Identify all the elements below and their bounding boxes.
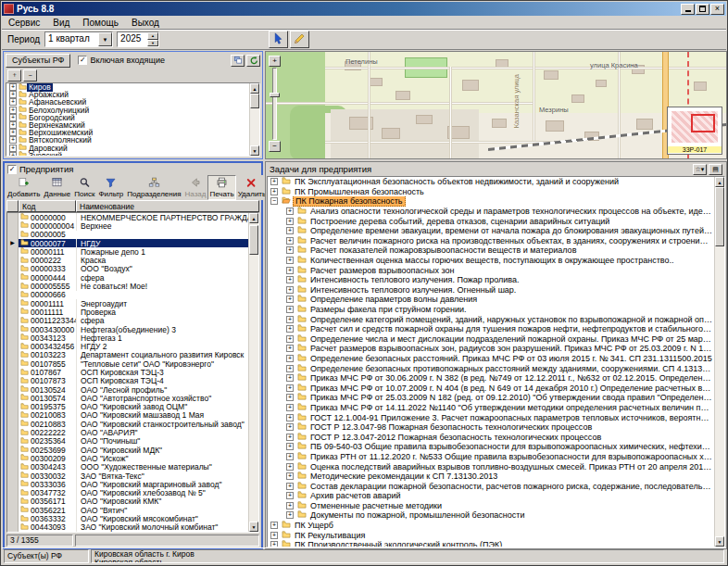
include-incoming-checkbox[interactable]: ✓ bbox=[78, 56, 87, 65]
task-tree-item[interactable]: +Количественная оценка массы горючих вещ… bbox=[268, 256, 714, 266]
scroll-down-icon[interactable]: ▼ bbox=[250, 145, 259, 156]
expand-icon[interactable]: + bbox=[286, 286, 294, 294]
expand-icon[interactable]: + bbox=[270, 532, 278, 539]
menu-item[interactable]: Сервис bbox=[2, 18, 46, 28]
expand-icon[interactable]: + bbox=[286, 453, 294, 460]
collapse-all-button[interactable]: − bbox=[23, 69, 37, 82]
expand-icon[interactable]: + bbox=[286, 492, 294, 499]
search-button[interactable]: Поиск bbox=[72, 175, 96, 200]
expand-icon[interactable]: + bbox=[286, 218, 294, 225]
task-tree-item[interactable]: +Интенсивность теплового излучения. Огне… bbox=[268, 285, 714, 296]
scroll-down-icon[interactable]: ▼ bbox=[249, 522, 258, 532]
expand-icon[interactable]: − bbox=[270, 197, 278, 205]
vertical-scrollbar[interactable]: ▲ ▼ bbox=[248, 213, 258, 532]
zoom-slider-handle[interactable] bbox=[270, 93, 280, 97]
task-tree-item[interactable]: +Расчет сил и средств пожарной охраны дл… bbox=[268, 324, 714, 334]
task-tree-item[interactable]: +Определение времени эвакуации, времени … bbox=[268, 226, 714, 236]
task-tree-item[interactable]: +Интенсивность теплового излучения. Пожа… bbox=[268, 275, 714, 285]
expand-icon[interactable]: + bbox=[9, 129, 17, 136]
maximize-button[interactable] bbox=[696, 4, 709, 15]
title-bar[interactable]: Русь 8.8 × bbox=[2, 2, 726, 16]
expand-icon[interactable]: + bbox=[286, 325, 294, 333]
task-tree-item[interactable]: +ПК Рекультивация bbox=[268, 530, 714, 540]
spin-down-icon[interactable]: ▼ bbox=[147, 40, 158, 47]
zoom-slider[interactable] bbox=[272, 68, 277, 140]
task-tree-item[interactable]: +Расчет показателей пожаровзрывоопасност… bbox=[268, 245, 714, 256]
edit-tool-button[interactable] bbox=[290, 31, 309, 48]
expand-icon[interactable]: + bbox=[286, 384, 294, 392]
expand-icon[interactable]: + bbox=[286, 227, 294, 234]
expand-icon[interactable]: + bbox=[286, 414, 294, 421]
task-tree-item[interactable]: +ПК Эксплуатационная безопасность объект… bbox=[268, 177, 714, 187]
expand-icon[interactable]: + bbox=[286, 502, 294, 509]
scrollbar-thumb[interactable] bbox=[715, 187, 724, 246]
task-tree-item[interactable]: +Определение категорий помещений, зданий… bbox=[268, 314, 714, 324]
favorites-star-icon[interactable]: ☆▾ bbox=[693, 164, 707, 175]
subjects-rf-button[interactable]: Субъекты РФ bbox=[6, 54, 70, 68]
refresh-icon-button[interactable] bbox=[246, 55, 260, 67]
task-tree-item[interactable]: +ПК Ущерб bbox=[268, 521, 714, 531]
task-tree-item[interactable]: +ГОСТ Р 12.3.047-2012 Пожарная безопасно… bbox=[268, 432, 714, 442]
expand-icon[interactable]: + bbox=[270, 178, 278, 185]
map-zoom-control[interactable]: + − bbox=[269, 56, 281, 152]
expand-icon[interactable]: + bbox=[286, 394, 294, 401]
close-button[interactable]: × bbox=[710, 4, 724, 15]
minimize-button[interactable] bbox=[681, 4, 695, 15]
vertical-scrollbar[interactable]: ▲ ▼ bbox=[714, 177, 724, 547]
menu-item[interactable]: Помощь bbox=[76, 18, 125, 28]
add-button[interactable]: Добавить bbox=[6, 175, 42, 200]
task-tree-item[interactable]: +Документы по пожарной, промышленной без… bbox=[268, 510, 714, 521]
expand-icon[interactable]: + bbox=[286, 257, 294, 264]
expand-icon[interactable]: + bbox=[9, 136, 17, 144]
task-tree-item[interactable]: +ГОСТ Р 12.3.047-98 Пожарная безопасност… bbox=[268, 422, 714, 433]
scroll-track[interactable] bbox=[715, 187, 724, 536]
task-tree-item[interactable]: +Отмененные расчетные методики bbox=[268, 501, 714, 511]
expand-icon[interactable]: + bbox=[9, 98, 17, 106]
task-tree-item[interactable]: +ПК Производственный экологический контр… bbox=[268, 540, 714, 547]
expand-icon[interactable]: + bbox=[286, 267, 294, 274]
enterprises-checkbox[interactable]: ✓ bbox=[7, 165, 17, 174]
zoom-in-button[interactable]: + bbox=[269, 56, 281, 67]
task-tree-item[interactable]: +Определение параметров волны давления bbox=[268, 295, 714, 305]
expand-icon[interactable]: + bbox=[286, 237, 294, 245]
expand-icon[interactable]: + bbox=[9, 145, 17, 152]
print-button[interactable]: Печать bbox=[207, 175, 235, 200]
task-tree-item[interactable]: +Архив расчетов аварий bbox=[268, 491, 714, 501]
layers-icon-button[interactable] bbox=[231, 55, 245, 67]
scrollbar-thumb[interactable] bbox=[250, 94, 259, 108]
table-row[interactable]: 00443093ЗАО "Кировский молочный комбинат… bbox=[7, 523, 248, 532]
back-button[interactable]: Назад bbox=[183, 175, 208, 200]
task-tree-item[interactable]: +Методические рекомендации к СП 7.13130.… bbox=[268, 472, 714, 482]
scroll-track[interactable] bbox=[249, 223, 258, 522]
expand-all-button[interactable]: ＋ bbox=[7, 69, 21, 82]
zoom-out-button[interactable]: − bbox=[269, 141, 281, 152]
expand-icon[interactable]: + bbox=[286, 335, 294, 343]
expand-icon[interactable]: + bbox=[9, 91, 17, 98]
task-tree-item[interactable]: +Расчет величин пожарного риска на произ… bbox=[268, 236, 714, 246]
task-tree-item[interactable]: +ПБ 09-540-03 Общие правила взрывобезопа… bbox=[268, 442, 714, 452]
period-select[interactable]: 1 квартал ▼ bbox=[44, 31, 113, 47]
filter-button[interactable]: Фильтр bbox=[96, 175, 125, 200]
expand-icon[interactable]: + bbox=[286, 355, 294, 362]
scroll-up-icon[interactable]: ▲ bbox=[250, 83, 259, 94]
expand-icon[interactable]: + bbox=[286, 423, 294, 431]
expand-icon[interactable]: + bbox=[286, 472, 294, 480]
expand-icon[interactable]: + bbox=[270, 188, 278, 195]
task-tree-item[interactable]: +Приказ МЧС РФ от 25.03.2009 N 182 (ред.… bbox=[268, 393, 714, 403]
expand-icon[interactable]: + bbox=[286, 374, 294, 382]
expand-icon[interactable]: + bbox=[286, 276, 294, 283]
expand-icon[interactable]: + bbox=[286, 345, 294, 352]
task-tree-item[interactable]: −ПК Пожарная безопасность bbox=[268, 196, 714, 207]
expand-icon[interactable]: + bbox=[286, 483, 294, 490]
expand-icon[interactable]: + bbox=[270, 541, 278, 547]
task-tree-item[interactable]: +Расчет размеров взрывоопасных зон, ради… bbox=[268, 344, 714, 354]
scroll-up-icon[interactable]: ▲ bbox=[249, 213, 258, 223]
task-tree-item[interactable]: +ГОСТ 12.1.004-91 Приложение 3. Расчет п… bbox=[268, 412, 714, 422]
menu-icon[interactable]: ▤ bbox=[709, 164, 722, 175]
year-spinner[interactable]: 2025 ▲ ▼ bbox=[117, 31, 159, 47]
menu-item[interactable]: Выход bbox=[125, 18, 166, 28]
select-tool-button[interactable] bbox=[269, 31, 288, 48]
task-tree-item[interactable]: +Определение безопасных расстояний. Прик… bbox=[268, 354, 714, 364]
column-header-code[interactable]: Код bbox=[19, 200, 76, 212]
expand-icon[interactable]: + bbox=[286, 208, 294, 215]
